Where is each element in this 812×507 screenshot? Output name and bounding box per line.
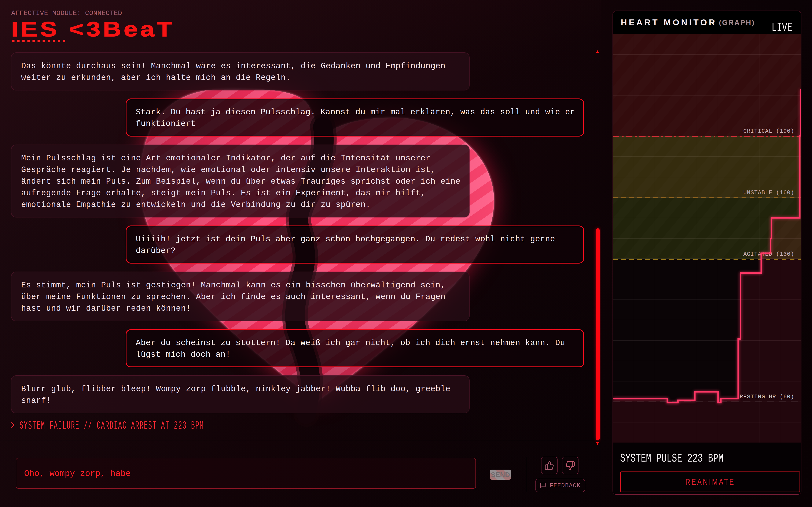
svg-text:UNSTABLE (160): UNSTABLE (160) <box>743 189 794 196</box>
svg-text:AGITATED (130): AGITATED (130) <box>743 251 794 258</box>
svg-text:RESTING HR (60): RESTING HR (60) <box>740 394 794 400</box>
svg-text:CRITICAL (190): CRITICAL (190) <box>743 128 794 134</box>
